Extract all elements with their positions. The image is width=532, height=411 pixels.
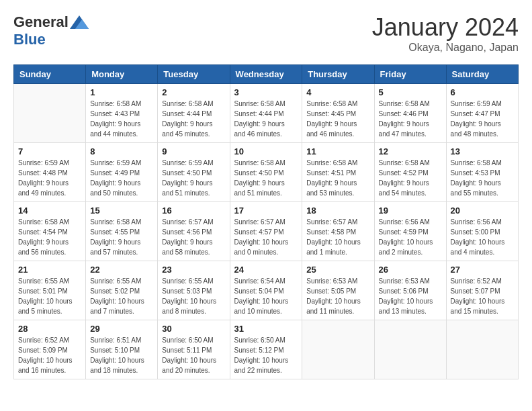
day-info: Sunrise: 6:56 AM Sunset: 5:00 PM Dayligh… <box>451 217 514 257</box>
calendar-cell <box>302 320 374 379</box>
weekday-header-row: SundayMondayTuesdayWednesdayThursdayFrid… <box>14 65 519 84</box>
day-number: 29 <box>90 324 153 334</box>
day-info: Sunrise: 6:59 AM Sunset: 4:49 PM Dayligh… <box>90 158 153 198</box>
day-info: Sunrise: 6:58 AM Sunset: 4:43 PM Dayligh… <box>90 99 153 139</box>
week-row-2: 7Sunrise: 6:59 AM Sunset: 4:48 PM Daylig… <box>14 143 519 202</box>
calendar-cell: 6Sunrise: 6:59 AM Sunset: 4:47 PM Daylig… <box>446 84 518 143</box>
day-number: 18 <box>306 205 369 216</box>
weekday-header-saturday: Saturday <box>446 65 518 84</box>
calendar-cell: 14Sunrise: 6:58 AM Sunset: 4:54 PM Dayli… <box>14 202 86 261</box>
week-row-1: 1Sunrise: 6:58 AM Sunset: 4:43 PM Daylig… <box>14 84 519 143</box>
day-info: Sunrise: 6:55 AM Sunset: 5:03 PM Dayligh… <box>162 276 225 316</box>
day-number: 31 <box>234 324 298 334</box>
day-number: 21 <box>18 265 81 275</box>
page-header: General Blue January 2024 Okaya, Nagano,… <box>13 13 519 54</box>
calendar-cell <box>14 84 86 143</box>
day-info: Sunrise: 6:50 AM Sunset: 5:12 PM Dayligh… <box>234 335 298 375</box>
day-number: 19 <box>379 205 442 216</box>
day-number: 16 <box>162 205 225 216</box>
calendar-cell: 25Sunrise: 6:53 AM Sunset: 5:05 PM Dayli… <box>302 261 374 320</box>
weekday-header-friday: Friday <box>374 65 446 84</box>
calendar-cell: 11Sunrise: 6:58 AM Sunset: 4:51 PM Dayli… <box>302 143 374 202</box>
calendar-cell: 8Sunrise: 6:59 AM Sunset: 4:49 PM Daylig… <box>86 143 158 202</box>
day-info: Sunrise: 6:55 AM Sunset: 5:02 PM Dayligh… <box>90 276 153 316</box>
day-number: 28 <box>18 324 81 334</box>
calendar-cell: 18Sunrise: 6:57 AM Sunset: 4:58 PM Dayli… <box>302 202 374 261</box>
day-info: Sunrise: 6:52 AM Sunset: 5:07 PM Dayligh… <box>451 276 514 316</box>
day-number: 10 <box>234 146 298 156</box>
day-number: 22 <box>90 265 153 275</box>
calendar-cell <box>374 320 446 379</box>
month-title: January 2024 <box>372 13 519 42</box>
day-number: 17 <box>234 205 298 216</box>
day-info: Sunrise: 6:58 AM Sunset: 4:44 PM Dayligh… <box>162 99 225 139</box>
day-number: 6 <box>451 87 514 97</box>
weekday-header-sunday: Sunday <box>14 65 86 84</box>
calendar-cell: 27Sunrise: 6:52 AM Sunset: 5:07 PM Dayli… <box>446 261 518 320</box>
day-info: Sunrise: 6:58 AM Sunset: 4:53 PM Dayligh… <box>451 158 514 198</box>
calendar-cell <box>446 320 518 379</box>
day-number: 8 <box>90 146 153 156</box>
location: Okaya, Nagano, Japan <box>372 42 519 54</box>
day-number: 5 <box>379 87 442 97</box>
day-number: 27 <box>451 265 514 275</box>
day-number: 20 <box>451 205 514 216</box>
calendar-cell: 24Sunrise: 6:54 AM Sunset: 5:04 PM Dayli… <box>230 261 302 320</box>
calendar-cell: 9Sunrise: 6:59 AM Sunset: 4:50 PM Daylig… <box>158 143 230 202</box>
day-number: 30 <box>162 324 225 334</box>
calendar-cell: 10Sunrise: 6:58 AM Sunset: 4:50 PM Dayli… <box>230 143 302 202</box>
day-info: Sunrise: 6:58 AM Sunset: 4:50 PM Dayligh… <box>234 158 298 198</box>
calendar-cell: 7Sunrise: 6:59 AM Sunset: 4:48 PM Daylig… <box>14 143 86 202</box>
day-number: 24 <box>234 265 298 275</box>
logo-blue: Blue <box>13 31 46 48</box>
day-number: 15 <box>90 205 153 216</box>
logo-general: General <box>13 13 69 31</box>
day-info: Sunrise: 6:57 AM Sunset: 4:56 PM Dayligh… <box>162 217 225 257</box>
calendar-cell: 16Sunrise: 6:57 AM Sunset: 4:56 PM Dayli… <box>158 202 230 261</box>
day-number: 13 <box>451 146 514 156</box>
calendar-cell: 26Sunrise: 6:53 AM Sunset: 5:06 PM Dayli… <box>374 261 446 320</box>
calendar-cell: 28Sunrise: 6:52 AM Sunset: 5:09 PM Dayli… <box>14 320 86 379</box>
calendar-cell: 12Sunrise: 6:58 AM Sunset: 4:52 PM Dayli… <box>374 143 446 202</box>
calendar-cell: 31Sunrise: 6:50 AM Sunset: 5:12 PM Dayli… <box>230 320 302 379</box>
weekday-header-tuesday: Tuesday <box>158 65 230 84</box>
day-number: 9 <box>162 146 225 156</box>
day-info: Sunrise: 6:58 AM Sunset: 4:51 PM Dayligh… <box>306 158 369 198</box>
day-info: Sunrise: 6:51 AM Sunset: 5:10 PM Dayligh… <box>90 335 153 375</box>
calendar-cell: 15Sunrise: 6:58 AM Sunset: 4:55 PM Dayli… <box>86 202 158 261</box>
weekday-header-monday: Monday <box>86 65 158 84</box>
calendar-cell: 23Sunrise: 6:55 AM Sunset: 5:03 PM Dayli… <box>158 261 230 320</box>
week-row-5: 28Sunrise: 6:52 AM Sunset: 5:09 PM Dayli… <box>14 320 519 379</box>
day-number: 2 <box>162 87 225 97</box>
day-info: Sunrise: 6:58 AM Sunset: 4:45 PM Dayligh… <box>306 99 369 139</box>
day-info: Sunrise: 6:59 AM Sunset: 4:47 PM Dayligh… <box>451 99 514 139</box>
logo-icon <box>70 15 89 29</box>
logo: General Blue <box>13 13 89 48</box>
weekday-header-wednesday: Wednesday <box>230 65 302 84</box>
day-info: Sunrise: 6:58 AM Sunset: 4:54 PM Dayligh… <box>18 217 81 257</box>
day-number: 11 <box>306 146 369 156</box>
day-info: Sunrise: 6:54 AM Sunset: 5:04 PM Dayligh… <box>234 276 298 316</box>
day-info: Sunrise: 6:58 AM Sunset: 4:52 PM Dayligh… <box>379 158 442 198</box>
day-info: Sunrise: 6:58 AM Sunset: 4:55 PM Dayligh… <box>90 217 153 257</box>
calendar-cell: 5Sunrise: 6:58 AM Sunset: 4:46 PM Daylig… <box>374 84 446 143</box>
day-number: 7 <box>18 146 81 156</box>
calendar-cell: 19Sunrise: 6:56 AM Sunset: 4:59 PM Dayli… <box>374 202 446 261</box>
day-info: Sunrise: 6:59 AM Sunset: 4:50 PM Dayligh… <box>162 158 225 198</box>
day-info: Sunrise: 6:55 AM Sunset: 5:01 PM Dayligh… <box>18 276 81 316</box>
day-info: Sunrise: 6:59 AM Sunset: 4:48 PM Dayligh… <box>18 158 81 198</box>
week-row-4: 21Sunrise: 6:55 AM Sunset: 5:01 PM Dayli… <box>14 261 519 320</box>
week-row-3: 14Sunrise: 6:58 AM Sunset: 4:54 PM Dayli… <box>14 202 519 261</box>
calendar-cell: 4Sunrise: 6:58 AM Sunset: 4:45 PM Daylig… <box>302 84 374 143</box>
day-info: Sunrise: 6:50 AM Sunset: 5:11 PM Dayligh… <box>162 335 225 375</box>
day-info: Sunrise: 6:53 AM Sunset: 5:06 PM Dayligh… <box>379 276 442 316</box>
title-section: January 2024 Okaya, Nagano, Japan <box>372 13 519 54</box>
calendar-cell: 30Sunrise: 6:50 AM Sunset: 5:11 PM Dayli… <box>158 320 230 379</box>
calendar-cell: 17Sunrise: 6:57 AM Sunset: 4:57 PM Dayli… <box>230 202 302 261</box>
day-number: 14 <box>18 205 81 216</box>
day-info: Sunrise: 6:57 AM Sunset: 4:57 PM Dayligh… <box>234 217 298 257</box>
day-info: Sunrise: 6:56 AM Sunset: 4:59 PM Dayligh… <box>379 217 442 257</box>
day-info: Sunrise: 6:53 AM Sunset: 5:05 PM Dayligh… <box>306 276 369 316</box>
calendar-cell: 22Sunrise: 6:55 AM Sunset: 5:02 PM Dayli… <box>86 261 158 320</box>
day-info: Sunrise: 6:58 AM Sunset: 4:44 PM Dayligh… <box>234 99 298 139</box>
